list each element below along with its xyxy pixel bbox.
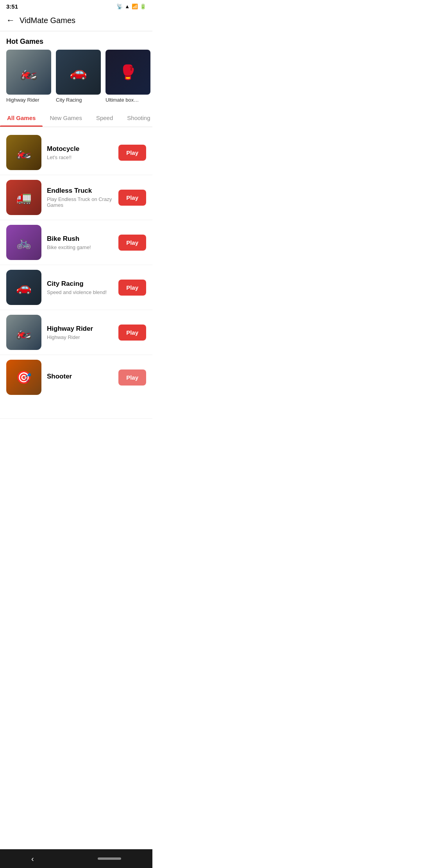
tab-bar: All Games New Games Speed Shooting Sport bbox=[0, 109, 152, 127]
game-row-city-racing: 🚗 City Racing Speed and violence blend! … bbox=[0, 265, 152, 310]
game-img-motocycle: 🏍️ bbox=[6, 135, 41, 170]
game-row-motocycle: 🏍️ Motocycle Let's race!! Play bbox=[0, 130, 152, 175]
game-info-city-racing: City Racing Speed and violence blend! bbox=[47, 280, 113, 295]
game-info-endless-truck: Endless Truck Play Endless Truck on Craz… bbox=[47, 187, 113, 208]
game-thumb-motocycle: 🏍️ bbox=[6, 135, 41, 170]
game-thumb-endless-truck: 🚛 bbox=[6, 180, 41, 215]
hot-game-thumb-boxing: 🥊 bbox=[106, 50, 150, 95]
tab-new-games[interactable]: New Games bbox=[43, 109, 89, 127]
game-thumb-shooter: 🎯 bbox=[6, 360, 41, 395]
game-title-endless-truck: Endless Truck bbox=[47, 187, 113, 195]
game-row-endless-truck: 🚛 Endless Truck Play Endless Truck on Cr… bbox=[0, 175, 152, 220]
game-thumb-highway-rider: 🏍️ bbox=[6, 315, 41, 350]
hot-game-thumb-highway-rider: 🏍️ bbox=[6, 50, 51, 95]
game-info-shooter: Shooter bbox=[47, 373, 113, 382]
status-icons: 📡 ▲ 📶 🔋 bbox=[116, 4, 146, 9]
hot-games-scroll: 🏍️ Highway Rider 🚗 City Racing 🥊 Ultimat… bbox=[0, 50, 152, 109]
game-desc-bike-rush: Bike exciting game! bbox=[47, 244, 113, 250]
tab-all-games[interactable]: All Games bbox=[0, 109, 43, 127]
game-img-city-racing: 🚗 bbox=[6, 270, 41, 305]
play-button-endless-truck[interactable]: Play bbox=[118, 190, 146, 206]
header: ← VidMate Games bbox=[0, 11, 152, 31]
game-img-highway-rider: 🏍️ bbox=[6, 315, 41, 350]
game-list: 🏍️ Motocycle Let's race!! Play 🚛 Endless… bbox=[0, 127, 152, 422]
game-title-shooter: Shooter bbox=[47, 373, 113, 380]
battery-icon: 🔋 bbox=[140, 4, 146, 9]
hot-game-name-highway-rider: Highway Rider bbox=[6, 97, 51, 103]
game-info-bike-rush: Bike Rush Bike exciting game! bbox=[47, 235, 113, 250]
game-row-shooter: 🎯 Shooter Play bbox=[0, 355, 152, 419]
hot-game-highway-rider[interactable]: 🏍️ Highway Rider bbox=[6, 50, 51, 103]
back-button[interactable]: ← bbox=[6, 15, 15, 25]
tab-shooting[interactable]: Shooting bbox=[120, 109, 152, 127]
game-desc-motocycle: Let's race!! bbox=[47, 154, 113, 160]
play-button-shooter[interactable]: Play bbox=[118, 369, 146, 386]
game-title-highway-rider: Highway Rider bbox=[47, 325, 113, 333]
signal-icon: 📶 bbox=[132, 4, 138, 9]
play-button-city-racing[interactable]: Play bbox=[118, 280, 146, 296]
hot-game-name-boxing: Ultimate box… bbox=[106, 97, 150, 103]
game-img-endless-truck: 🚛 bbox=[6, 180, 41, 215]
hot-game-img-highway-rider: 🏍️ bbox=[6, 50, 51, 95]
hot-game-city-racing[interactable]: 🚗 City Racing bbox=[56, 50, 101, 103]
wifi-icon: ▲ bbox=[125, 4, 130, 9]
game-desc-highway-rider: Highway Rider bbox=[47, 334, 113, 340]
play-button-highway-rider[interactable]: Play bbox=[118, 325, 146, 341]
game-info-motocycle: Motocycle Let's race!! bbox=[47, 145, 113, 160]
hot-game-boxing[interactable]: 🥊 Ultimate box… bbox=[106, 50, 150, 103]
game-row-bike-rush: 🚲 Bike Rush Bike exciting game! Play bbox=[0, 220, 152, 265]
game-info-highway-rider: Highway Rider Highway Rider bbox=[47, 325, 113, 340]
game-title-bike-rush: Bike Rush bbox=[47, 235, 113, 243]
game-desc-endless-truck: Play Endless Truck on Crazy Games bbox=[47, 196, 113, 208]
game-row-highway-rider: 🏍️ Highway Rider Highway Rider Play bbox=[0, 310, 152, 355]
play-button-motocycle[interactable]: Play bbox=[118, 145, 146, 161]
game-title-city-racing: City Racing bbox=[47, 280, 113, 288]
page-title: VidMate Games bbox=[20, 16, 75, 25]
game-desc-city-racing: Speed and violence blend! bbox=[47, 289, 113, 295]
hot-game-img-city-racing: 🚗 bbox=[56, 50, 101, 95]
hot-game-thumb-city-racing: 🚗 bbox=[56, 50, 101, 95]
game-img-bike-rush: 🚲 bbox=[6, 225, 41, 260]
game-title-motocycle: Motocycle bbox=[47, 145, 113, 153]
status-bar: 3:51 📡 ▲ 📶 🔋 bbox=[0, 0, 152, 11]
hot-games-section: Hot Games 🏍️ Highway Rider 🚗 City Racing… bbox=[0, 31, 152, 109]
hot-game-name-city-racing: City Racing bbox=[56, 97, 101, 103]
game-thumb-city-racing: 🚗 bbox=[6, 270, 41, 305]
tab-speed[interactable]: Speed bbox=[89, 109, 120, 127]
status-time: 3:51 bbox=[6, 3, 18, 10]
hot-game-img-boxing: 🥊 bbox=[106, 50, 150, 95]
play-button-bike-rush[interactable]: Play bbox=[118, 235, 146, 251]
game-img-shooter: 🎯 bbox=[6, 360, 41, 395]
game-thumb-bike-rush: 🚲 bbox=[6, 225, 41, 260]
hot-games-label: Hot Games bbox=[0, 31, 152, 50]
cast-icon: 📡 bbox=[116, 4, 123, 9]
